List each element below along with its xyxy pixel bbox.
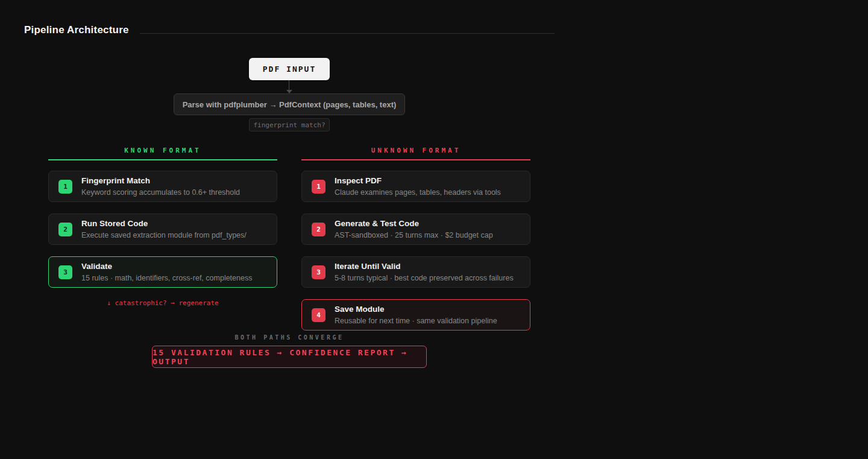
step-number-badge: 1 bbox=[312, 180, 326, 194]
step-card-run-stored-code: 2 Run Stored Code Execute saved extracti… bbox=[48, 214, 277, 245]
parse-step-node: Parse with pdfplumber → PdfContext (page… bbox=[174, 93, 405, 115]
step-description: AST-sandboxed · 25 turns max · $2 budget… bbox=[335, 231, 493, 239]
fingerprint-decision-label: fingerprint match? bbox=[249, 118, 330, 131]
catastrophic-regenerate-note: ↓ catastrophic? → regenerate bbox=[48, 299, 277, 307]
step-card-save-module: 4 Save Module Reusable for next time · s… bbox=[301, 299, 530, 331]
step-text: Iterate Until Valid 5-8 turns typical · … bbox=[335, 262, 514, 282]
step-card-generate-test-code: 2 Generate & Test Code AST-sandboxed · 2… bbox=[301, 214, 530, 245]
known-format-column: KNOWN FORMAT 1 Fingerprint Match Keyword… bbox=[48, 145, 277, 307]
step-title: Generate & Test Code bbox=[335, 219, 493, 229]
step-title: Run Stored Code bbox=[81, 219, 247, 229]
pdf-input-node: PDF INPUT bbox=[249, 58, 330, 80]
step-title: Save Module bbox=[335, 305, 497, 314]
step-card-iterate-until-valid: 3 Iterate Until Valid 5-8 turns typical … bbox=[301, 256, 530, 288]
step-number-badge: 1 bbox=[58, 180, 72, 194]
pipeline-architecture-diagram: Pipeline Architecture PDF INPUT Parse wi… bbox=[0, 0, 868, 459]
step-card-validate: 3 Validate 15 rules · math, identifiers,… bbox=[48, 256, 277, 288]
connector-line bbox=[289, 80, 289, 90]
step-text: Save Module Reusable for next time · sam… bbox=[335, 305, 497, 324]
step-text: Run Stored Code Execute saved extraction… bbox=[81, 219, 247, 239]
step-text: Fingerprint Match Keyword scoring accumu… bbox=[81, 176, 240, 196]
step-card-fingerprint-match: 1 Fingerprint Match Keyword scoring accu… bbox=[48, 171, 277, 202]
step-title: Inspect PDF bbox=[335, 176, 501, 186]
unknown-format-column: UNKNOWN FORMAT 1 Inspect PDF Claude exam… bbox=[301, 145, 530, 342]
known-format-header: KNOWN FORMAT bbox=[48, 145, 277, 160]
step-description: 15 rules · math, identifiers, cross-ref,… bbox=[81, 274, 252, 282]
step-number-badge: 4 bbox=[312, 308, 326, 322]
page-title: Pipeline Architecture bbox=[24, 24, 129, 36]
step-number-badge: 3 bbox=[58, 265, 72, 279]
step-description: Claude examines pages, tables, headers v… bbox=[335, 188, 501, 197]
step-description: Keyword scoring accumulates to 0.6+ thre… bbox=[81, 188, 240, 197]
step-description: 5-8 turns typical · best code preserved … bbox=[335, 274, 514, 282]
step-title: Validate bbox=[81, 262, 252, 271]
both-paths-converge-label: BOTH PATHS CONVERGE bbox=[0, 334, 579, 341]
step-text: Inspect PDF Claude examines pages, table… bbox=[335, 176, 501, 196]
step-description: Reusable for next time · same validation… bbox=[335, 317, 497, 325]
step-number-badge: 2 bbox=[58, 223, 72, 236]
step-number-badge: 3 bbox=[312, 265, 326, 279]
title-divider bbox=[140, 33, 555, 34]
step-title: Iterate Until Valid bbox=[335, 262, 514, 271]
step-text: Generate & Test Code AST-sandboxed · 25 … bbox=[335, 219, 493, 239]
validation-output-node: 15 VALIDATION RULES → CONFIDENCE REPORT … bbox=[152, 346, 427, 368]
step-title: Fingerprint Match bbox=[81, 176, 240, 186]
step-text: Validate 15 rules · math, identifiers, c… bbox=[81, 262, 252, 282]
step-card-inspect-pdf: 1 Inspect PDF Claude examines pages, tab… bbox=[301, 171, 530, 202]
unknown-format-header: UNKNOWN FORMAT bbox=[301, 145, 530, 160]
step-description: Execute saved extraction module from pdf… bbox=[81, 231, 247, 239]
step-number-badge: 2 bbox=[312, 223, 326, 236]
